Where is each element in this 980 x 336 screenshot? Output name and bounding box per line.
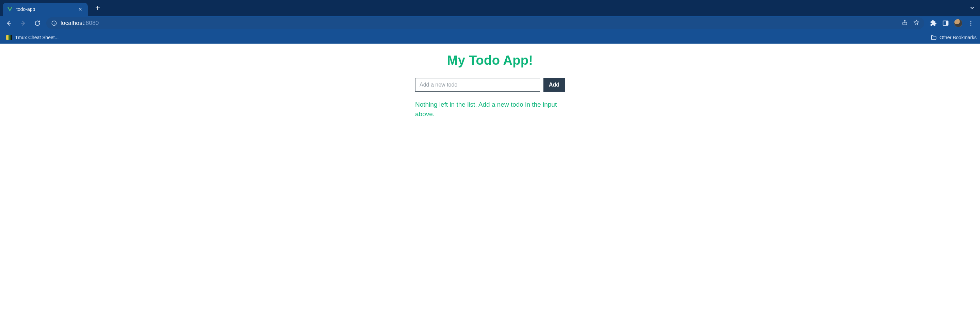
empty-list-message: Nothing left in the list. Add a new todo… [415, 100, 565, 118]
svg-point-5 [970, 23, 972, 24]
url-host: localhost [60, 20, 84, 26]
other-bookmarks-label: Other Bookmarks [940, 35, 977, 40]
new-tab-button[interactable] [92, 3, 103, 13]
bookmark-tmux-cheat-sheet[interactable]: Tmux Cheat Sheet... [3, 34, 61, 42]
tab-strip: todo-app [0, 0, 980, 16]
vue-icon [7, 6, 13, 12]
site-info-icon[interactable] [51, 20, 57, 26]
toolbar: localhost:8080 [0, 16, 980, 31]
profile-avatar[interactable] [954, 19, 962, 27]
browser-chrome: todo-app localhost:8080 [0, 0, 980, 43]
menu-kebab-icon[interactable] [967, 19, 975, 27]
close-tab-icon[interactable] [78, 6, 83, 12]
page-content: My Todo App! Add Nothing left in the lis… [0, 43, 980, 248]
tab-title: todo-app [16, 6, 74, 12]
address-bar[interactable]: localhost:8080 [46, 18, 924, 29]
url-port: :8080 [84, 20, 99, 26]
svg-point-6 [970, 24, 972, 26]
back-button[interactable] [3, 18, 14, 29]
todo-input[interactable] [415, 78, 540, 92]
tabs-dropdown-icon[interactable] [969, 5, 975, 12]
app-heading: My Todo App! [415, 53, 565, 68]
bookmark-star-icon[interactable] [913, 19, 920, 27]
bookmark-favicon [6, 35, 12, 40]
browser-tab[interactable]: todo-app [3, 3, 88, 16]
todo-input-row: Add [415, 78, 565, 92]
add-button[interactable]: Add [543, 78, 565, 92]
extensions-icon[interactable] [930, 19, 937, 27]
todo-app: My Todo App! Add Nothing left in the lis… [415, 53, 565, 118]
side-panel-icon[interactable] [942, 19, 950, 27]
other-bookmarks-button[interactable]: Other Bookmarks [931, 34, 977, 40]
svg-point-4 [970, 21, 972, 22]
bookmark-label: Tmux Cheat Sheet... [15, 35, 59, 40]
svg-rect-3 [946, 21, 948, 25]
forward-button[interactable] [18, 18, 29, 29]
folder-icon [931, 34, 937, 40]
bookmark-divider [927, 34, 927, 41]
url-text: localhost:8080 [60, 20, 99, 27]
reload-button[interactable] [32, 18, 43, 29]
bookmark-bar: Tmux Cheat Sheet... Other Bookmarks [0, 31, 980, 43]
toolbar-right-controls [928, 19, 977, 27]
share-icon[interactable] [902, 19, 908, 27]
